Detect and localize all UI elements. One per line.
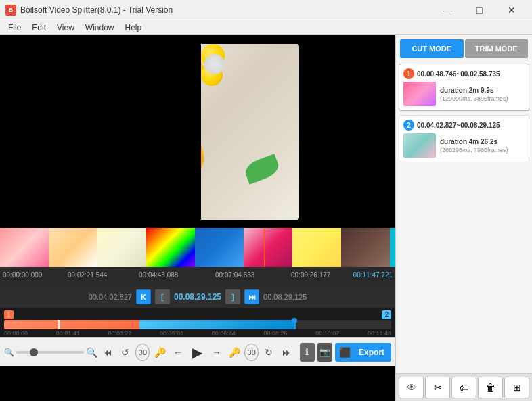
export-icon: ⬛ <box>336 347 353 358</box>
tl2-label-2: 2 <box>382 310 391 319</box>
thumb-6 <box>244 228 292 267</box>
thumbnail-strip <box>0 228 395 267</box>
thumb-5 <box>195 228 244 267</box>
tl-marker-1: 00:02:21.544 <box>68 271 107 279</box>
key-plus-button[interactable]: 🔑 <box>227 343 242 362</box>
preview-area: 00:00:00.000 00:02:21.544 00:04:43.088 0… <box>0 35 395 401</box>
tl-marker-2: 00:04:43.088 <box>139 271 178 279</box>
segment-2-time: 00.04.02.827~00.08.29.125 <box>417 122 500 129</box>
thumb-8 <box>341 228 390 267</box>
main-content: 00:00:00.000 00:02:21.544 00:04:43.088 0… <box>0 35 532 401</box>
tl2-num-4: 00:06:44 <box>212 330 236 337</box>
segment-1-thumb <box>403 82 436 106</box>
thumb-7 <box>292 228 341 267</box>
tl2-num-1: 00:01:41 <box>56 330 80 337</box>
zoom-thumb[interactable] <box>30 348 38 356</box>
tl2-num-0: 00:00:00 <box>4 330 28 337</box>
edit-bar: 00.04.02.827 K [ 00.08.29.125 ] ⏭ 00.08.… <box>0 286 395 308</box>
tl-marker-3: 00:07:04.633 <box>215 271 254 279</box>
tl2-num-6: 00:10:07 <box>315 330 339 337</box>
prev-frame-button[interactable]: ← <box>171 343 185 362</box>
tl2-label-1: 1 <box>4 310 14 319</box>
skip-end-button[interactable]: ⏭ <box>279 343 294 362</box>
key-frame-button[interactable]: K <box>136 289 151 304</box>
skip-start-button[interactable]: ⏮ <box>100 343 115 362</box>
trim-mode-button[interactable]: TRIM MODE <box>465 39 529 58</box>
mark-out-button[interactable]: ] <box>225 289 240 304</box>
split-segment-button[interactable]: ⊞ <box>504 377 529 398</box>
segment-1-duration: duration 2m 9.9s <box>440 87 508 94</box>
mark-in-button[interactable]: [ <box>155 289 170 304</box>
cut-segment-button[interactable]: ✂ <box>425 377 450 398</box>
titlebar-controls: — □ ✕ <box>433 1 527 20</box>
segment1-bar <box>4 320 139 329</box>
jump-end-button[interactable]: ⏭ <box>244 289 259 304</box>
menu-edit[interactable]: Edit <box>26 22 51 34</box>
zoom-area: 🔍 🔍 <box>4 347 97 358</box>
segment-list: 1 00.00.48.746~00.02.58.735 duration 2m … <box>396 61 532 373</box>
segment-2-duration: duration 4m 26.2s <box>440 138 508 145</box>
menu-window[interactable]: Window <box>80 22 120 34</box>
menu-file[interactable]: File <box>3 22 26 34</box>
info-button[interactable]: ℹ <box>300 343 315 362</box>
segment-2-info: duration 4m 26.2s (266298ms, 7980frames) <box>440 138 508 154</box>
key-minus-button[interactable]: 🔑 <box>152 343 167 362</box>
bottom-controls: 🔍 🔍 ⏮ ↺ 30 🔑 ← ▶ → 🔑 30 ↻ ⏭ ℹ 📷 ⬛ <box>0 337 395 366</box>
titlebar-title: Boilsoft Video Splitter(8.0.1) - Trial V… <box>20 5 173 15</box>
tag-segment-button[interactable]: 🏷 <box>451 377 476 398</box>
segment-1-num: 1 <box>403 68 414 79</box>
cut-mode-button[interactable]: CUT MODE <box>400 39 464 58</box>
delete-segment-button[interactable]: 🗑 <box>478 377 503 398</box>
titlebar: B Boilsoft Video Splitter(8.0.1) - Trial… <box>0 0 532 20</box>
timeline-ruler: 00:00:00.000 00:02:21.544 00:04:43.088 0… <box>0 267 395 286</box>
timeline2-track[interactable] <box>4 320 391 329</box>
segment-1-info: duration 2m 9.9s (129990ms, 3895frames) <box>440 87 508 102</box>
segment-2-body: duration 4m 26.2s (266298ms, 7980frames) <box>403 133 525 158</box>
thumb-1 <box>0 228 49 267</box>
right-panel-actions: 👁 ✂ 🏷 🗑 ⊞ <box>396 373 532 401</box>
segment-1-time: 00.00.48.746~00.02.58.735 <box>417 70 500 78</box>
segment-1-ms: (129990ms, 3895frames) <box>440 95 508 102</box>
export-button[interactable]: Export <box>353 343 390 362</box>
segment-2-num: 2 <box>403 120 414 131</box>
titlebar-left: B Boilsoft Video Splitter(8.0.1) - Trial… <box>5 5 173 16</box>
edit-time-end: 00.08.29.125 <box>263 293 307 301</box>
segment-item-1[interactable]: 1 00.00.48.746~00.02.58.735 duration 2m … <box>399 64 529 111</box>
zoom-out-icon: 🔍 <box>86 347 97 358</box>
segment-2-thumb <box>403 133 436 158</box>
tl2-num-2: 00:03:22 <box>108 330 131 337</box>
step-forward-button[interactable]: 30 <box>244 344 259 361</box>
thumb-3 <box>97 228 146 267</box>
timeline2-nums: 00:00:00 00:01:41 00:03:22 00:05:03 00:0… <box>0 329 395 337</box>
thumb-2 <box>49 228 97 267</box>
step-back-button[interactable]: 30 <box>135 344 150 361</box>
screenshot-button[interactable]: 📷 <box>317 343 332 362</box>
maximize-button[interactable]: □ <box>464 1 495 20</box>
tl2-num-7: 00:11:48 <box>368 330 391 337</box>
mode-buttons: CUT MODE TRIM MODE <box>396 35 532 61</box>
segment-item-2[interactable]: 2 00.04.02.827~00.08.29.125 duration 4m … <box>399 115 529 162</box>
menu-view[interactable]: View <box>51 22 80 34</box>
segment-1-body: duration 2m 9.9s (129990ms, 3895frames) <box>403 82 525 106</box>
timeline2[interactable]: 1 2 00:00:00 00:01:41 00:03:22 00:05:03 … <box>0 308 395 337</box>
thumb-highlight <box>390 228 395 267</box>
close-button[interactable]: ✕ <box>496 1 527 20</box>
next-frame-button[interactable]: → <box>209 343 224 362</box>
tl2-playhead <box>292 318 297 323</box>
menu-help[interactable]: Help <box>120 22 148 34</box>
zoom-slider[interactable] <box>16 351 84 354</box>
menubar: File Edit View Window Help <box>0 20 532 35</box>
right-panel: CUT MODE TRIM MODE 1 00.00.48.746~00.02.… <box>395 35 532 401</box>
tl-current: 00:11:47.721 <box>353 271 393 279</box>
app-icon: B <box>5 5 16 16</box>
minimize-button[interactable]: — <box>433 1 463 20</box>
tl-marker-4: 00:09:26.177 <box>291 271 330 279</box>
rewind-button[interactable]: ↺ <box>118 343 133 362</box>
zoom-in-icon: 🔍 <box>4 348 14 357</box>
fast-forward-button[interactable]: ↻ <box>261 343 276 362</box>
segment-2-ms: (266298ms, 7980frames) <box>440 147 508 154</box>
tl2-num-5: 00:08:26 <box>264 330 288 337</box>
video-frame <box>96 44 299 220</box>
preview-segment-button[interactable]: 👁 <box>399 377 424 398</box>
play-button[interactable]: ▶ <box>188 341 206 364</box>
